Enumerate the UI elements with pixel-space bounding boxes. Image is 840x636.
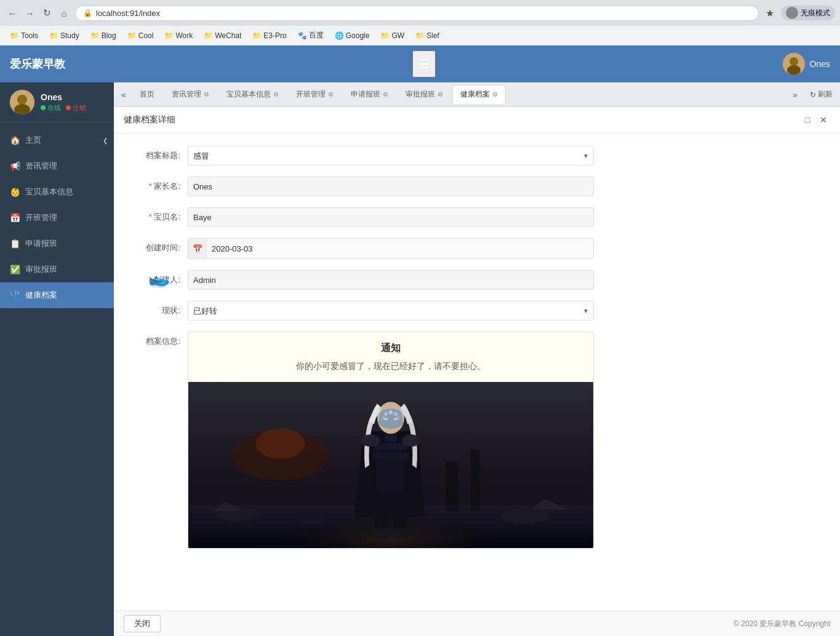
svg-point-31 [402,434,420,447]
health-icon: 🩺 [10,290,20,300]
archive-notice: 通知 你的小可爱感冒了，现在已经好了，请不要担心。 [188,332,593,382]
header-center: ☰ [412,50,436,78]
form-row-status: 现状: 已好转 ▼ [132,301,822,320]
folder-icon: 📁 [127,31,137,40]
creator-control [188,270,594,290]
bookmark-study[interactable]: 📁 Study [44,30,84,41]
user-name: Ones [41,92,104,102]
folder-icon: 📁 [10,31,19,40]
tab-home[interactable]: 首页 [132,85,162,104]
nav-item-home[interactable]: 🏠 主页 ❮ [0,127,114,153]
bookmarks-bar: 📁 Tools 📁 Study 📁 Blog 📁 Cool 📁 Work 📁 W… [0,26,840,46]
close-button[interactable]: 关闭 [124,615,161,632]
user-info-panel: Ones 在线 注销 [0,82,114,122]
profile-mode-label: 无痕模式 [801,8,830,18]
bookmark-gw[interactable]: 📁 GW [375,30,409,41]
page-header: 健康档案详细 □ ✕ [114,107,840,133]
tab-baby-info[interactable]: 宝贝基本信息 ⚙ [218,85,287,104]
nav-item-news[interactable]: 📢 资讯管理 [0,153,114,179]
status-label: 现状: [132,301,188,316]
bookmark-e3pro[interactable]: 📁 E3-Pro [247,30,291,41]
tab-bar: « 首页 资讯管理 ⚙ 宝贝基本信息 ⚙ 开班管理 ⚙ 申请报班 [114,82,840,107]
nav-item-approve-class[interactable]: ✅ 审批报班 [0,256,114,282]
bookmark-blog[interactable]: 📁 Blog [86,30,121,41]
nav-item-class-mgmt[interactable]: 📅 开班管理 [0,205,114,231]
tab-next-button[interactable]: » [788,85,802,104]
folder-icon: 📁 [415,31,425,40]
svg-point-2 [787,65,801,75]
avatar-image [783,53,805,75]
form-row-create-time: 创建时间: 📅 2020-03-03 [132,238,822,259]
bookmark-wechat[interactable]: 📁 WeChat [199,30,246,41]
folder-icon: 📁 [49,31,58,40]
browser-profile[interactable]: 无痕模式 [781,6,835,20]
bookmark-baidu[interactable]: 🐾 百度 [293,29,329,42]
logout-button[interactable]: 注销 [66,103,86,113]
form-row-archive-title: 档案标题: 感冒 ▼ [132,146,822,165]
parent-name-input[interactable] [188,177,594,196]
create-time-label: 创建时间: [132,238,188,253]
svg-point-4 [17,95,27,105]
create-time-control: 📅 2020-03-03 [188,238,594,259]
star-button[interactable]: ★ [762,6,777,20]
user-avatar [10,90,34,114]
home-button[interactable]: ⌂ [57,6,71,20]
browser-right-icons: ★ 无痕模式 [762,6,835,20]
refresh-button[interactable]: ↻ 刷新 [805,87,838,102]
archive-info-wrapper: 通知 你的小可爱感冒了，现在已经好了，请不要担心。 [188,332,594,549]
svg-point-1 [790,57,798,66]
calendar-icon[interactable]: 📅 [188,239,207,258]
archive-image [188,382,593,548]
forward-button[interactable]: → [22,6,37,20]
url-text: localhost:91/index [96,9,160,18]
page-title: 健康档案详细 [124,114,175,125]
archive-title-label: 档案标题: [132,146,188,161]
archive-info-label: 档案信息: [132,332,188,347]
nav-item-baby-info[interactable]: 👶 宝贝基本信息 [0,179,114,205]
archive-info-control: 通知 你的小可爱感冒了，现在已经好了，请不要担心。 [188,332,594,549]
bookmark-slef[interactable]: 📁 Slef [410,30,444,41]
bookmark-work[interactable]: 📁 Work [159,30,198,41]
form-container: 👟 档案标题: 感冒 ▼ 家长名: [114,133,840,572]
app-header: 爱乐蒙早教 ☰ Ones [0,46,840,82]
back-button[interactable]: ← [5,6,20,20]
tab-settings-icon: ⚙ [204,91,209,98]
hamburger-button[interactable]: ☰ [412,50,436,78]
tab-apply-class[interactable]: 申请报班 ⚙ [343,85,396,104]
creator-input[interactable] [188,270,594,290]
svg-point-30 [361,434,380,447]
baby-name-input[interactable] [188,207,594,227]
tab-approve-class[interactable]: 审批报班 ⚙ [398,85,451,104]
tab-settings-icon: ⚙ [383,91,388,98]
refresh-icon: ↻ [810,90,816,99]
header-username: Ones [810,59,830,69]
folder-icon: 📁 [252,31,262,40]
tab-settings-icon: ⚙ [328,91,334,98]
bookmark-tools[interactable]: 📁 Tools [5,30,43,41]
expand-button[interactable]: □ [801,113,814,127]
status-select[interactable]: 已好转 [188,301,594,320]
page-actions: □ ✕ [801,113,830,127]
tab-prev-button[interactable]: « [116,85,131,104]
nav-item-apply-class[interactable]: 📋 申请报班 [0,231,114,256]
address-bar[interactable]: 🔒 localhost:91/index [75,6,759,21]
tab-class-mgmt[interactable]: 开班管理 ⚙ [288,85,342,104]
browser-nav-buttons: ← → ↻ ⌂ [5,6,71,20]
close-page-button[interactable]: ✕ [817,113,830,127]
folder-icon: 📁 [90,31,100,40]
archive-title-select[interactable]: 感冒 [188,146,594,165]
notice-text: 你的小可爱感冒了，现在已经好了，请不要担心。 [198,361,583,372]
online-status: 在线 [41,103,61,113]
tab-news-mgmt[interactable]: 资讯管理 ⚙ [164,85,217,104]
logout-dot [66,105,71,110]
news-icon: 📢 [10,161,20,171]
status-control: 已好转 ▼ [188,301,594,320]
tab-health-record[interactable]: 健康档案 ⚙ [452,85,506,104]
user-status: 在线 注销 [41,103,104,113]
nav-item-health-record[interactable]: 🩺 健康档案 [0,282,114,308]
svg-point-28 [384,418,388,420]
content-area: 健康档案详细 □ ✕ 👟 档案标题: 感冒 [114,107,840,611]
reload-button[interactable]: ↻ [39,6,54,20]
bookmark-google[interactable]: 🌐 Google [330,30,375,41]
bookmark-cool[interactable]: 📁 Cool [122,30,159,41]
